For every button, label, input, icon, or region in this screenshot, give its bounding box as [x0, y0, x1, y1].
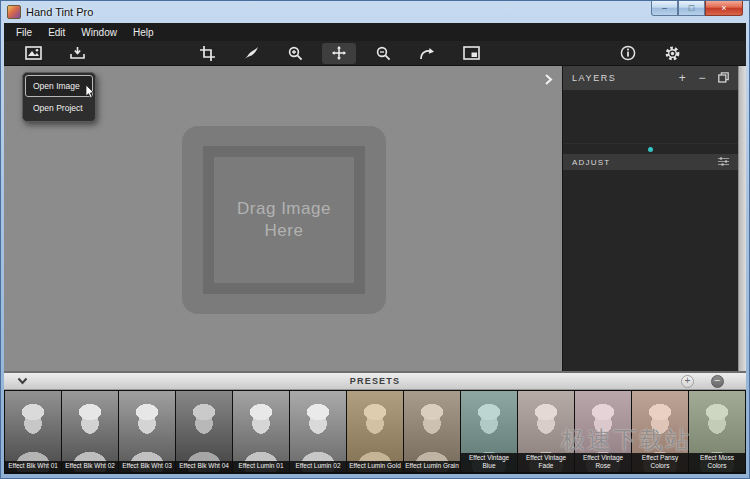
preset-label: Effect Blk Wht 02	[62, 461, 118, 472]
preset-tint-overlay	[290, 391, 346, 472]
file-open-menu: Open Image Open Project	[22, 72, 96, 122]
preset-label: Effect Vintage Rose	[575, 453, 631, 472]
app-window: Hand Tint Pro – □ × File Edit Window Hel…	[0, 0, 750, 479]
redo-tool-button[interactable]	[410, 43, 444, 64]
zoom-out-tool-button[interactable]	[366, 43, 400, 64]
preset-tint-overlay	[119, 391, 175, 472]
preset-tint-overlay	[62, 391, 118, 472]
preset-label: Effect Blk Wht 01	[5, 461, 61, 472]
preset-thumbnail[interactable]: Effect Vintage Fade	[518, 391, 574, 472]
menu-item[interactable]: Edit	[42, 27, 75, 38]
preset-thumbnail[interactable]: Effect Lumin Grain	[404, 391, 460, 472]
drop-hint-text: Drag Image Here	[228, 198, 340, 243]
preset-tint-overlay	[347, 391, 403, 472]
panel-divider	[563, 144, 738, 154]
crop-icon	[200, 46, 215, 61]
import-tool-button[interactable]	[60, 43, 94, 64]
window-title: Hand Tint Pro	[26, 6, 93, 18]
preset-label: Effect Blk Wht 03	[119, 461, 175, 472]
move-tool-button[interactable]	[322, 43, 356, 64]
preset-label: Effect Lumin Grain	[404, 461, 460, 472]
preset-label: Effect Vintage Fade	[518, 453, 574, 472]
preset-thumbnail[interactable]: Effect Lumin 02	[290, 391, 346, 472]
place-image-icon	[463, 46, 480, 60]
move-icon	[331, 45, 347, 61]
remove-layer-icon[interactable]: −	[698, 72, 707, 84]
zoom-in-icon	[288, 46, 303, 61]
preset-thumbnail[interactable]: Effect Blk Wht 03	[119, 391, 175, 472]
drop-zone-border: Drag Image Here	[203, 146, 365, 294]
preset-thumbnail[interactable]: Effect Moss Colors	[689, 391, 745, 472]
open-image-label: Open Image	[33, 81, 80, 91]
zoom-out-icon	[376, 46, 391, 61]
maximize-button[interactable]: □	[678, 1, 705, 16]
brush-tool-button[interactable]	[234, 43, 268, 64]
settings-button[interactable]	[655, 43, 689, 64]
chevron-down-icon[interactable]	[17, 377, 28, 385]
preset-label: Effect Blk Wht 04	[176, 461, 232, 472]
close-button[interactable]: ×	[705, 1, 743, 16]
preset-label: Effect Moss Colors	[689, 453, 745, 472]
app-icon	[7, 5, 21, 19]
info-icon	[620, 45, 636, 61]
panel-indicator-dot	[648, 147, 653, 152]
adjust-header: ADJUST	[563, 154, 738, 170]
adjust-panel-body	[563, 170, 738, 371]
brush-icon	[243, 46, 259, 60]
layers-list[interactable]	[563, 90, 738, 144]
presets-title: PRESETS	[4, 376, 746, 386]
menu-item[interactable]: File	[10, 27, 42, 38]
preset-tint-overlay	[404, 391, 460, 472]
open-project-label: Open Project	[33, 103, 83, 113]
toolbar	[4, 41, 746, 66]
redo-icon	[419, 47, 435, 60]
menu-bar: File Edit Window Help	[4, 23, 746, 41]
zoom-in-tool-button[interactable]	[278, 43, 312, 64]
adjust-options-icon[interactable]	[718, 156, 729, 168]
vertical-scrollbar[interactable]	[738, 66, 746, 371]
preset-thumbnail[interactable]: Effect Lumin 01	[233, 391, 289, 472]
gear-icon	[664, 45, 681, 62]
remove-preset-button[interactable]: −	[711, 375, 724, 388]
add-layer-icon[interactable]: +	[679, 72, 688, 84]
titlebar[interactable]: Hand Tint Pro – □ ×	[1, 1, 749, 23]
minimize-button[interactable]: –	[651, 1, 678, 16]
crop-tool-button[interactable]	[190, 43, 224, 64]
drop-zone[interactable]: Drag Image Here	[182, 126, 386, 314]
chevron-right-icon[interactable]	[541, 71, 555, 87]
layers-header: LAYERS + −	[563, 66, 738, 90]
layers-title: LAYERS	[572, 73, 616, 83]
open-image-tool-button[interactable]	[16, 43, 50, 64]
preset-label: Effect Vintage Blue	[461, 453, 517, 472]
menu-item[interactable]: Window	[75, 27, 127, 38]
preset-thumbnail[interactable]: Effect Blk Wht 04	[176, 391, 232, 472]
preset-thumbnail[interactable]: Effect Vintage Blue	[461, 391, 517, 472]
workspace: Drag Image Here LAYERS + −	[4, 66, 746, 371]
add-preset-button[interactable]: +	[681, 375, 694, 388]
info-button[interactable]	[611, 43, 645, 64]
preset-strip: Effect Blk Wht 01 Effect Blk Wht 02 Effe…	[4, 390, 746, 474]
preset-label: Effect Lumin 02	[290, 461, 346, 472]
menu-item[interactable]: Help	[127, 27, 164, 38]
presets-bar: PRESETS + −	[4, 371, 746, 390]
place-image-tool-button[interactable]	[454, 43, 488, 64]
preset-thumbnail[interactable]: Effect Pansy Colors	[632, 391, 688, 472]
preset-label: Effect Lumin 01	[233, 461, 289, 472]
adjust-title: ADJUST	[572, 158, 610, 167]
menu-item-open-image[interactable]: Open Image	[25, 75, 93, 97]
preset-tint-overlay	[176, 391, 232, 472]
preset-thumbnail[interactable]: Effect Vintage Rose	[575, 391, 631, 472]
preset-tint-overlay	[233, 391, 289, 472]
preset-label: Effect Pansy Colors	[632, 453, 688, 472]
preset-thumbnail[interactable]: Effect Blk Wht 01	[5, 391, 61, 472]
import-icon	[69, 46, 86, 60]
duplicate-layer-icon[interactable]	[718, 72, 729, 85]
open-image-icon	[25, 46, 42, 60]
menu-item-open-project[interactable]: Open Project	[25, 97, 93, 119]
right-panel: LAYERS + − ADJUST	[562, 66, 738, 371]
preset-tint-overlay	[5, 391, 61, 472]
preset-thumbnail[interactable]: Effect Blk Wht 02	[62, 391, 118, 472]
preset-thumbnail[interactable]: Effect Lumin Gold	[347, 391, 403, 472]
preset-label: Effect Lumin Gold	[347, 461, 403, 472]
app-body: File Edit Window Help	[4, 23, 746, 474]
